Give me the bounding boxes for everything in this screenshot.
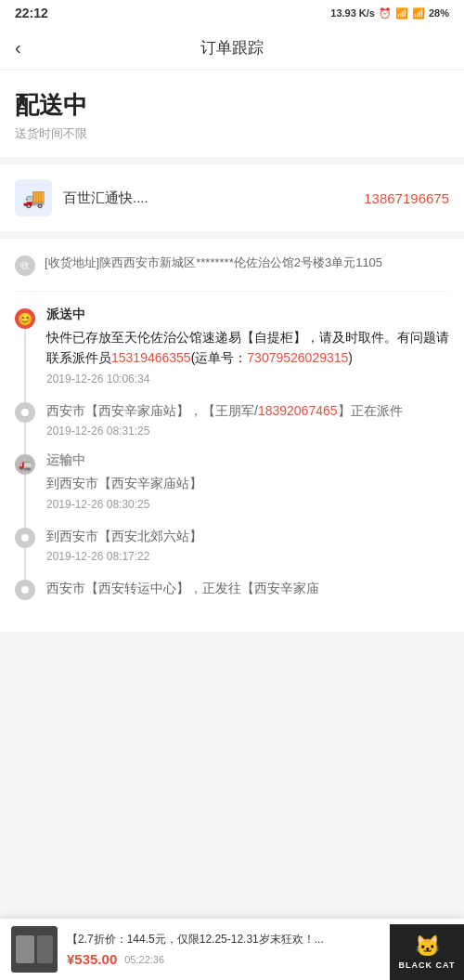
timeline-content-4: 到西安市【西安北郊六站】 2019-12-26 08:17:22 [46, 526, 449, 563]
back-button[interactable]: ‹ [15, 37, 21, 59]
tracking-section: 收 [收货地址]陕西西安市新城区********伦佐治公馆2号楼3单元1105 … [0, 239, 464, 632]
timeline-dot-2 [15, 402, 35, 423]
express-card: 🚚 百世汇通快.... 13867196675 [0, 164, 464, 231]
address-icon: 收 [15, 255, 35, 276]
timeline-dot-3: 🚛 [15, 454, 35, 475]
tracking-number-highlight[interactable]: 73079526029315 [247, 350, 348, 365]
delivery-status-section: 配送中 送货时间不限 [0, 71, 464, 157]
receive-label: 收 [20, 259, 30, 272]
timeline-content-5: 西安市【西安转运中心】，正发往【西安辛家庙 [46, 578, 449, 602]
timeline-item-3: 🚛 运输中 到西安市【西安辛家庙站】 2019-12-26 08:30:25 [15, 452, 449, 510]
timeline-item-1: 😊 派送中 快件已存放至天伦佐治公馆速递易【自提柜】，请及时取件。有问题请联系派… [15, 307, 449, 385]
blackcat-logo[interactable]: 🐱 BLACK CAT [390, 924, 464, 980]
blackcat-text: BLACK CAT [399, 960, 456, 970]
alarm-icon: ⏰ [379, 7, 392, 20]
timeline-dot-4 [15, 528, 35, 548]
timeline-time-3: 2019-12-26 08:30:25 [46, 498, 449, 511]
battery-label: 28% [429, 7, 449, 19]
timeline-text-5: 西安市【西安转运中心】，正发往【西安辛家庙 [46, 578, 449, 598]
network-speed: 13.93 K/s [330, 7, 375, 19]
ad-image [11, 926, 58, 973]
address-row: 收 [收货地址]陕西西安市新城区********伦佐治公馆2号楼3单元1105 [15, 254, 449, 292]
status-label-1: 派送中 [46, 307, 449, 323]
timeline-item-4: 到西安市【西安北郊六站】 2019-12-26 08:17:22 [15, 526, 449, 563]
timeline-item-5: 西安市【西安转运中心】，正发往【西安辛家庙 [15, 578, 449, 602]
express-phone[interactable]: 13867196675 [364, 190, 449, 206]
ad-price: ¥535.00 [67, 951, 117, 967]
delivery-time-note: 送货时间不限 [15, 125, 449, 142]
header: ‹ 订单跟踪 [0, 26, 464, 71]
timeline-time-4: 2019-12-26 08:17:22 [46, 550, 449, 563]
cat-icon: 🐱 [415, 934, 440, 959]
page-title: 订单跟踪 [200, 37, 264, 59]
timeline-time-1: 2019-12-26 10:06:34 [46, 372, 449, 385]
ad-content: 【2.7折价：144.5元，仅限12.25-12.31岁末狂欢！... ¥535… [58, 932, 435, 967]
address-text: [收货地址]陕西西安市新城区********伦佐治公馆2号楼3单元1105 [45, 254, 382, 272]
timeline-time-2: 2019-12-26 08:31:25 [46, 425, 449, 438]
timeline-dot-1: 😊 [15, 308, 35, 329]
express-icon: 🚚 [15, 179, 52, 216]
timeline-text-2: 西安市【西安辛家庙站】，【王朋军/18392067465】正在派件 [46, 400, 449, 421]
phone-highlight-1[interactable]: 15319466355 [111, 350, 191, 365]
status-time: 22:12 [15, 6, 48, 20]
phone-highlight-2[interactable]: 18392067465 [258, 403, 338, 418]
delivery-status-label: 配送中 [15, 89, 449, 122]
truck-icon: 🚚 [22, 187, 45, 209]
signal-icon: 📶 [412, 7, 425, 20]
timeline: 😊 派送中 快件已存放至天伦佐治公馆速递易【自提柜】，请及时取件。有问题请联系派… [15, 307, 449, 602]
status-icons: 13.93 K/s ⏰ 📶 📶 28% [330, 7, 449, 20]
wifi-icon: 📶 [395, 7, 408, 20]
timeline-item-2: 西安市【西安辛家庙站】，【王朋军/18392067465】正在派件 2019-1… [15, 400, 449, 438]
svg-rect-2 [37, 935, 53, 963]
timeline-content-2: 西安市【西安辛家庙站】，【王朋军/18392067465】正在派件 2019-1… [46, 400, 449, 438]
timeline-content-1: 派送中 快件已存放至天伦佐治公馆速递易【自提柜】，请及时取件。有问题请联系派件员… [46, 307, 449, 385]
timeline-text-1: 快件已存放至天伦佐治公馆速递易【自提柜】，请及时取件。有问题请联系派件员1531… [46, 327, 449, 369]
ad-countdown: 05:22:36 [124, 954, 164, 965]
status-bar: 22:12 13.93 K/s ⏰ 📶 📶 28% [0, 0, 464, 26]
timeline-content-3: 运输中 到西安市【西安辛家庙站】 2019-12-26 08:30:25 [46, 452, 449, 510]
truck-small-icon: 🚛 [19, 459, 32, 471]
timeline-dot-5 [15, 580, 35, 600]
timeline-text-3: 到西安市【西安辛家庙站】 [46, 473, 449, 493]
svg-rect-1 [16, 935, 34, 963]
ad-title: 【2.7折价：144.5元，仅限12.25-12.31岁末狂欢！... [67, 932, 426, 947]
timeline-text-4: 到西安市【西安北郊六站】 [46, 526, 449, 546]
express-name: 百世汇通快.... [63, 189, 148, 207]
status-label-3: 运输中 [46, 452, 449, 469]
person-icon: 😊 [18, 312, 32, 326]
